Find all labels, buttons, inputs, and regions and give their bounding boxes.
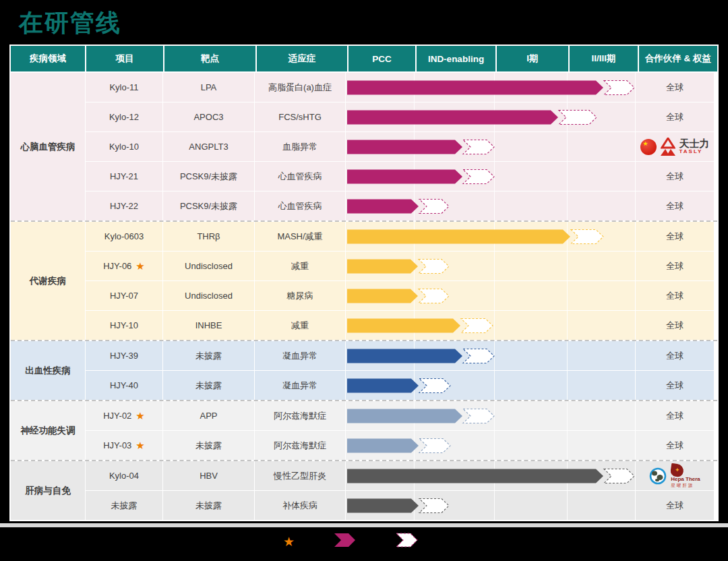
target-cell: INHBE: [163, 311, 254, 340]
legend-dashed-arrow-icon: [396, 532, 419, 551]
partner-name: 天士力: [679, 138, 710, 150]
target-cell: 未披露: [163, 341, 254, 370]
legend-star-icon: ★: [283, 535, 295, 548]
indication-cell: 减重: [255, 311, 345, 340]
phase-progress-bar: [347, 438, 635, 454]
phase-track: [346, 132, 635, 161]
hepathera-text: ✦Hepa Thera星曜肝源: [671, 464, 700, 488]
project-cell: HJY-03★: [86, 431, 162, 460]
disease-area-cell: 代谢疾病: [11, 222, 85, 340]
hepathera-logo: ✦Hepa Thera星曜肝源: [649, 464, 700, 488]
key-program-star-icon: ★: [135, 261, 144, 271]
key-program-star-icon: ★: [135, 440, 144, 450]
header-cell: 合作伙伴 & 权益: [639, 46, 717, 71]
target-cell: LPA: [163, 73, 254, 102]
header-cell: 适应症: [257, 46, 347, 71]
indication-cell: 凝血异常: [255, 341, 345, 370]
project-cell: HJY-06★: [86, 252, 162, 280]
projected-phase-arrow: [604, 469, 634, 483]
key-program-star-icon: ★: [135, 411, 144, 421]
projected-phase-arrow: [419, 378, 450, 392]
project-cell: Kylo-12: [86, 102, 162, 131]
project-name: Kylo-10: [109, 142, 139, 152]
header-cell: PCC: [348, 46, 415, 71]
phase-track: [346, 371, 635, 400]
bottom-divider: [0, 523, 728, 527]
china-flag-icon: ★: [640, 139, 657, 155]
phase-progress-bar: [347, 229, 635, 245]
projected-phase-arrow: [559, 110, 597, 124]
legend-solid-arrow-icon: [334, 532, 357, 551]
indication-cell: MASH/减重: [255, 222, 345, 251]
phase-progress-bar: [347, 258, 635, 274]
project-cell: HJY-07: [86, 281, 162, 310]
phase-progress-bar: [347, 139, 635, 155]
project-name: HJY-40: [110, 380, 138, 390]
solid-phase-arrow: [347, 289, 418, 303]
project-name: HJY-21: [110, 171, 138, 181]
disease-area-cell: 神经功能失调: [11, 401, 85, 460]
projected-phase-arrow: [604, 80, 634, 94]
target-cell: THRβ: [163, 222, 254, 251]
disease-group: 出血性疾病HJY-39未披露凝血异常全球HJY-40未披露凝血异常全球: [11, 340, 717, 400]
project-cell: HJY-02★: [86, 401, 162, 430]
legend: ★: [283, 532, 419, 551]
phase-track: [346, 401, 635, 430]
project-cell: HJY-40: [86, 371, 162, 400]
header-cell: II/III期: [570, 46, 638, 71]
phase-progress-bar: [347, 348, 635, 364]
phase-progress-bar: [347, 318, 635, 334]
indication-cell: 心血管疾病: [255, 191, 345, 220]
partner-name-en: TASLY: [679, 149, 703, 155]
phase-track: [346, 341, 635, 370]
phase-track: [346, 491, 635, 520]
partner-cell: 全球: [636, 431, 714, 460]
phase-progress-bar: [347, 408, 635, 424]
partner-name-cn: 星曜肝源: [671, 483, 694, 488]
indication-cell: 高脂蛋白(a)血症: [255, 73, 345, 102]
partner-cell: ✦Hepa Thera星曜肝源: [636, 461, 714, 490]
partner-rights-label: 全球: [666, 82, 684, 94]
indication-cell: 慢性乙型肝炎: [255, 461, 345, 490]
partner-rights-label: 全球: [666, 231, 684, 243]
partner-rights-label: 全球: [666, 380, 684, 392]
header-cell: I期: [497, 46, 568, 71]
solid-phase-arrow: [347, 318, 460, 332]
partner-cell: 全球: [636, 341, 714, 370]
project-name: HJY-07: [110, 291, 138, 301]
partner-rights-label: 全球: [666, 260, 684, 272]
project-cell: HJY-39: [86, 341, 162, 370]
partner-cell: 全球: [636, 401, 714, 430]
project-cell: 未披露: [86, 491, 162, 520]
target-cell: APOC3: [163, 102, 254, 131]
project-name: Kylo-11: [109, 82, 138, 92]
projected-phase-arrow: [419, 289, 449, 303]
projected-phase-arrow: [463, 409, 494, 423]
indication-cell: 血脂异常: [255, 132, 345, 161]
partner-name: Hepa Thera: [671, 477, 700, 483]
globe-icon: [649, 467, 667, 485]
partner-rights-label: 全球: [666, 410, 684, 422]
phase-track: [346, 73, 635, 102]
solid-phase-arrow: [347, 438, 419, 452]
partner-rights-label: 全球: [666, 320, 684, 332]
phase-progress-bar: [347, 169, 635, 185]
projected-phase-arrow: [461, 318, 493, 332]
solid-phase-arrow: [347, 378, 419, 392]
partner-cell: 全球: [636, 371, 714, 400]
phase-progress-bar: [347, 498, 635, 514]
header-cell: 疾病领域: [11, 46, 85, 71]
projected-phase-arrow: [571, 229, 603, 243]
disease-area-cell: 肝病与自免: [11, 461, 85, 520]
project-cell: Kylo-0603: [86, 222, 162, 251]
disease-group-grid: 代谢疾病Kylo-0603THRβMASH/减重全球HJY-06★Undiscl…: [11, 222, 717, 340]
project-name: HJY-06: [103, 261, 131, 271]
solid-phase-arrow: [347, 498, 419, 512]
projected-phase-arrow: [419, 199, 449, 213]
partner-cell: 全球: [636, 102, 714, 131]
partner-cell: 全球: [636, 73, 714, 102]
partner-rights-label: 全球: [666, 440, 684, 452]
phase-track: [346, 252, 635, 280]
project-name: Kylo-0603: [104, 231, 144, 241]
project-name: HJY-02: [103, 411, 131, 421]
